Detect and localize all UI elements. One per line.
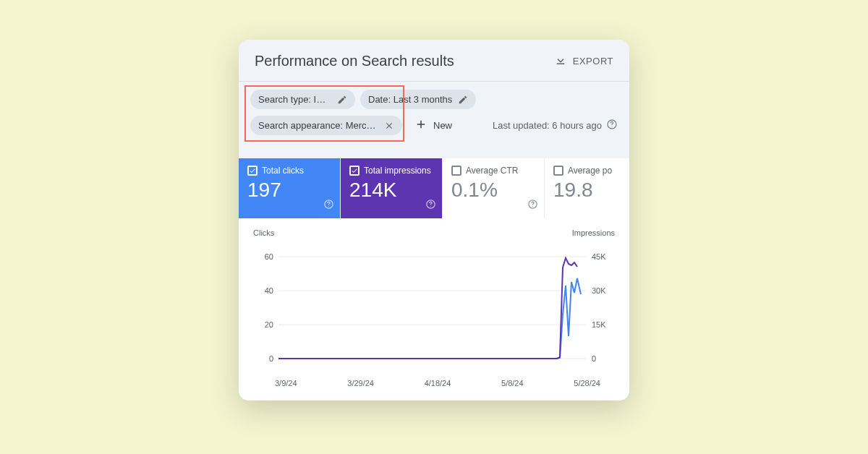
metric-value: 0.1% [451, 179, 535, 202]
performance-card: Performance on Search results EXPORT Sea… [239, 40, 629, 401]
svg-point-5 [430, 206, 431, 207]
metric-total-clicks[interactable]: Total clicks 197 [239, 158, 341, 218]
chip-label: Search appearance: Mercha… [258, 120, 378, 131]
updated-text: Last updated: 6 hours ago [493, 120, 602, 131]
svg-point-3 [328, 206, 329, 207]
chip-label: Date: Last 3 months [368, 94, 452, 105]
help-icon[interactable] [606, 119, 618, 132]
y-right-tick: 0 [592, 354, 596, 363]
y-left-tick: 60 [265, 252, 273, 261]
x-tick: 3/9/24 [275, 379, 297, 387]
export-label: EXPORT [573, 56, 613, 67]
close-icon[interactable] [384, 121, 394, 131]
plus-icon [414, 118, 427, 133]
chart-area: Clicks Impressions 60 40 20 0 45K 30K 15… [239, 218, 629, 401]
metric-label: Total clicks [262, 166, 304, 176]
checkbox-icon[interactable] [349, 166, 359, 176]
help-icon[interactable] [425, 199, 436, 213]
impressions-line [278, 258, 577, 359]
filter-area: Search type: Image Date: Last 3 months S… [239, 82, 629, 145]
chip-label: Search type: Image [258, 94, 331, 105]
x-tick: 5/28/24 [574, 379, 600, 387]
filter-chip-search-appearance[interactable]: Search appearance: Mercha… [250, 116, 402, 135]
last-updated: Last updated: 6 hours ago [493, 119, 618, 132]
metric-label: Average po [568, 166, 612, 176]
header: Performance on Search results EXPORT [239, 40, 629, 82]
new-filter-button[interactable]: New [407, 113, 459, 137]
y-left-tick: 20 [265, 320, 273, 329]
x-tick: 3/29/24 [347, 379, 374, 387]
export-button[interactable]: EXPORT [554, 53, 613, 69]
metric-label: Total impressions [364, 166, 431, 176]
metric-label: Average CTR [466, 166, 518, 176]
help-icon[interactable] [527, 199, 538, 213]
page-title: Performance on Search results [255, 53, 454, 69]
metric-average-position[interactable]: Average po 19.8 [545, 158, 629, 218]
x-tick: 4/18/24 [425, 379, 451, 387]
download-icon [554, 53, 567, 69]
metric-value: 214K [349, 179, 433, 202]
x-tick: 5/8/24 [501, 379, 524, 387]
checkbox-icon[interactable] [553, 166, 563, 176]
metric-total-impressions[interactable]: Total impressions 214K [341, 158, 443, 218]
chart-left-axis-title: Clicks [253, 228, 274, 237]
help-icon[interactable] [323, 199, 334, 213]
svg-point-7 [532, 206, 533, 207]
metric-average-ctr[interactable]: Average CTR 0.1% [443, 158, 545, 218]
filter-chip-search-type[interactable]: Search type: Image [250, 90, 355, 109]
new-label: New [433, 120, 452, 131]
checkbox-icon[interactable] [247, 166, 258, 176]
checkbox-icon[interactable] [451, 166, 461, 176]
pencil-icon[interactable] [337, 95, 347, 105]
y-left-tick: 0 [269, 354, 273, 363]
y-right-tick: 15K [592, 320, 606, 329]
chart-right-axis-title: Impressions [572, 228, 615, 237]
y-right-tick: 30K [592, 286, 606, 295]
filter-chip-date[interactable]: Date: Last 3 months [360, 90, 476, 109]
performance-chart: 60 40 20 0 45K 30K 15K 0 [246, 239, 622, 376]
svg-point-1 [611, 126, 612, 127]
y-right-tick: 45K [592, 252, 606, 261]
pencil-icon[interactable] [458, 95, 468, 105]
metric-value: 19.8 [553, 179, 621, 202]
metrics-row: Total clicks 197 Total impressions 214K … [239, 158, 629, 218]
x-axis-labels: 3/9/24 3/29/24 4/18/24 5/8/24 5/28/24 [246, 376, 622, 387]
metric-value: 197 [247, 179, 331, 202]
y-left-tick: 40 [265, 286, 273, 295]
